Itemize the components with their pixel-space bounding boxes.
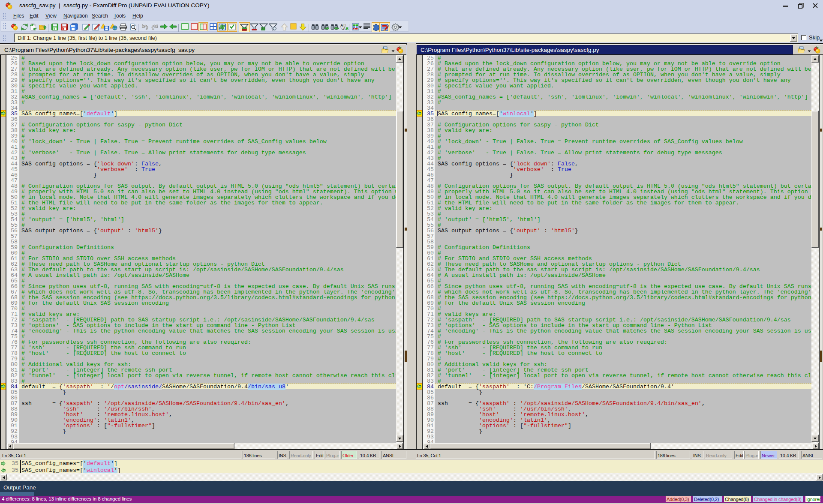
svg-text:B: B xyxy=(346,27,348,30)
svg-text:A: A xyxy=(343,27,346,30)
